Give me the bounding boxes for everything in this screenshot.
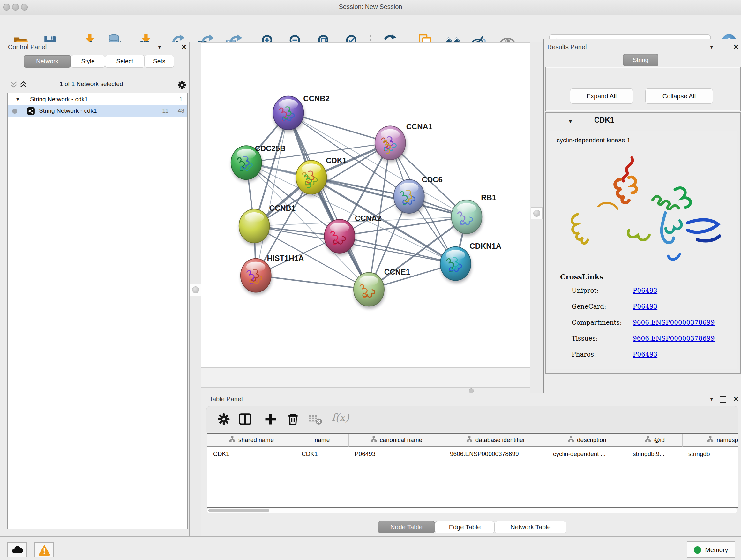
memory-status-dot	[694, 546, 701, 554]
warnings-button[interactable]	[35, 543, 54, 557]
table-panel: Table Panel ▾ × f(x) shared namenamecano…	[201, 393, 741, 537]
node-CDKN1A[interactable]	[441, 247, 472, 283]
table-cell[interactable]: cyclin-dependent ...	[547, 448, 627, 460]
network-canvas[interactable]: CCNB2CCNA1CDC25BCDK1CDC6RB1CCNB1CCNA2CDK…	[201, 43, 530, 368]
node-CCNE1[interactable]	[354, 273, 385, 309]
tree-expand-triangle-icon[interactable]: ▼	[15, 97, 20, 102]
right-splitter-handle[interactable]	[531, 207, 542, 219]
collapse-all-networks-icon[interactable]	[10, 80, 18, 89]
expand-all-networks-icon[interactable]	[19, 80, 27, 89]
window-title: Session: New Session	[0, 3, 741, 10]
control-panel-title: Control Panel	[8, 44, 47, 51]
add-column-icon[interactable]	[264, 412, 278, 426]
column-header-canonical-name[interactable]: canonical name	[349, 434, 444, 447]
crosslink-link-1[interactable]: P06493	[633, 303, 657, 310]
node-CCNB1[interactable]	[239, 209, 271, 246]
results-panel-collapse-button[interactable]: ▾	[710, 43, 713, 51]
node-CDK1[interactable]	[296, 160, 327, 197]
table-cell[interactable]: CDK1	[296, 448, 349, 460]
network-status-dot-icon	[12, 109, 17, 114]
tab-network-table[interactable]: Network Table	[495, 521, 566, 533]
column-header-description[interactable]: description	[547, 434, 627, 447]
tab-style[interactable]: Style	[71, 55, 105, 68]
column-tree-icon	[645, 436, 651, 444]
tab-select[interactable]: Select	[105, 55, 145, 68]
table-cell[interactable]: 9606.ENSP00000378699	[444, 448, 547, 460]
edge-CDK1-RB1	[311, 177, 467, 217]
warning-icon	[38, 544, 51, 556]
delete-column-icon[interactable]	[286, 412, 300, 426]
column-header-shared-name[interactable]: shared name	[207, 434, 296, 447]
status-bar: Memory	[0, 537, 741, 560]
node-RB1[interactable]	[451, 200, 483, 236]
column-header--id[interactable]: @id	[627, 434, 683, 447]
crosslink-link-2[interactable]: 9606.ENSP00000378699	[633, 319, 715, 326]
clear-table-icon	[308, 412, 322, 426]
results-panel: Results Panel ▾ × String Expand All Coll…	[543, 39, 741, 393]
network-list-header: 1 of 1 Network selected	[2, 79, 189, 91]
table-cell[interactable]: stringdb:9...	[627, 448, 683, 460]
cytoscape-window: Session: New Session ? Control Panel ▾ ×…	[0, 0, 741, 560]
network-view-toolbar: String Network - cdk1 1 - 0 0 - 0	[201, 368, 530, 388]
network-node-count: 11	[162, 107, 169, 114]
column-header-name[interactable]: name	[296, 434, 349, 447]
table-cell[interactable]: P06493	[349, 448, 444, 460]
show-columns-icon[interactable]	[238, 412, 252, 426]
network-row-selected[interactable]: String Network - cdk1 11 48	[8, 105, 187, 117]
tab-string[interactable]: String	[623, 54, 658, 66]
tab-edge-table[interactable]: Edge Table	[435, 521, 495, 533]
table-cell[interactable]: stringdb	[683, 448, 738, 460]
node-CCNB2[interactable]	[273, 96, 305, 132]
memory-button[interactable]: Memory	[687, 542, 735, 558]
column-label: database identifier	[475, 436, 525, 443]
scrollbar-thumb[interactable]	[208, 509, 269, 512]
table-cell[interactable]: CDK1	[207, 448, 296, 460]
left-splitter[interactable]	[190, 42, 201, 537]
results-panel-header: Results Panel ▾ ×	[544, 43, 741, 52]
network-edge-count: 48	[178, 107, 185, 114]
title-bar: Session: New Session	[0, 0, 741, 15]
table-panel-close-button[interactable]: ×	[733, 395, 738, 403]
control-panel-header: Control Panel ▾ ×	[2, 43, 189, 52]
node-label-CCNA1: CCNA1	[406, 122, 432, 131]
network-collection-row[interactable]: ▼ String Network - cdk1 1	[8, 94, 187, 105]
node-CCNA2[interactable]	[324, 219, 356, 256]
node-CDC6[interactable]	[394, 179, 425, 216]
node-label-CCNE1: CCNE1	[384, 267, 410, 276]
table-horizontal-scrollbar[interactable]	[207, 508, 737, 513]
crosslink-link-3[interactable]: 9606.ENSP00000378699	[633, 334, 715, 342]
network-row-label: String Network - cdk1	[39, 107, 97, 114]
node-label-CCNB2: CCNB2	[303, 94, 329, 103]
expand-all-button[interactable]: Expand All	[570, 88, 633, 104]
control-panel-collapse-button[interactable]: ▾	[158, 43, 161, 51]
crosslink-label-0: Uniprot:	[571, 287, 599, 294]
column-tree-icon	[568, 436, 574, 444]
left-splitter-handle[interactable]	[190, 284, 201, 296]
tab-node-table[interactable]: Node Table	[378, 521, 435, 533]
column-label: name	[315, 436, 330, 443]
tab-network[interactable]: Network	[23, 55, 71, 68]
crosslink-link-0[interactable]: P06493	[633, 287, 657, 294]
collapse-all-button[interactable]: Collapse All	[645, 88, 713, 104]
crosslink-link-4[interactable]: P06493	[633, 351, 657, 358]
tab-sets[interactable]: Sets	[145, 55, 174, 68]
cloud-button[interactable]	[7, 543, 27, 557]
gene-collapse-triangle-icon[interactable]: ▼	[568, 118, 573, 125]
node-label-CCNB1: CCNB1	[269, 204, 295, 212]
table-panel-float-button[interactable]	[720, 395, 726, 403]
control-panel-float-button[interactable]	[167, 43, 174, 51]
results-panel-title: Results Panel	[547, 44, 587, 51]
results-panel-float-button[interactable]	[720, 43, 726, 51]
table-options-gear-icon[interactable]	[217, 412, 231, 426]
column-header-namespace[interactable]: namespace	[683, 434, 738, 447]
node-CCNA1[interactable]	[375, 126, 407, 162]
node-HIST1H1A[interactable]	[241, 259, 272, 295]
crosslinks-section: CrossLinks Uniprot:P06493GeneCard:P06493…	[549, 273, 737, 368]
bottom-splitter-handle[interactable]	[469, 388, 474, 393]
column-header-database-identifier[interactable]: database identifier	[444, 434, 547, 447]
results-buttons-box: Expand All Collapse All	[545, 67, 741, 111]
table-panel-collapse-button[interactable]: ▾	[710, 395, 713, 403]
control-panel-close-button[interactable]: ×	[181, 43, 186, 51]
network-options-gear-icon[interactable]	[177, 80, 187, 90]
results-panel-close-button[interactable]: ×	[733, 43, 738, 51]
